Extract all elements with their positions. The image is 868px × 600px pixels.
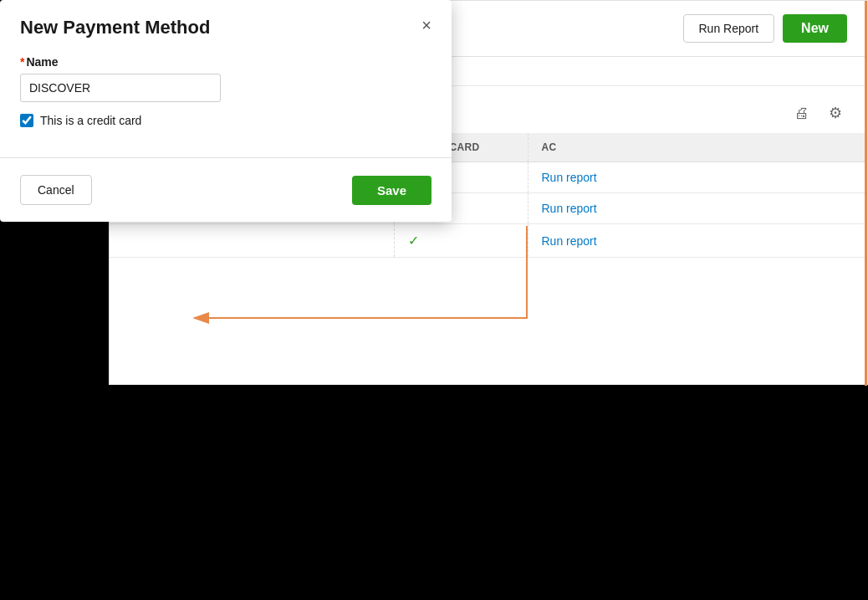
col-header-action: AC	[528, 133, 867, 162]
row-action: Run report	[528, 193, 867, 224]
new-button[interactable]: New	[783, 14, 847, 43]
row-name	[110, 224, 394, 258]
header-buttons: Run Report New	[683, 14, 848, 43]
row-credit-card: ✓	[394, 224, 528, 258]
checkmark-icon: ✓	[408, 233, 419, 248]
annotation-border	[865, 1, 867, 386]
checkbox-row: This is a credit card	[20, 114, 431, 127]
cancel-button[interactable]: Cancel	[20, 175, 92, 205]
run-report-link[interactable]: Run report	[542, 171, 597, 184]
credit-card-label: This is a credit card	[40, 114, 141, 127]
modal-title: New Payment Method	[20, 17, 210, 38]
modal-footer: Cancel Save	[0, 172, 452, 222]
modal-close-button[interactable]: ×	[421, 17, 431, 33]
name-field-label: *Name	[20, 55, 431, 69]
new-payment-method-modal: New Payment Method × *Name This is a cre…	[0, 0, 452, 222]
row-action: Run report	[528, 224, 867, 258]
settings-icon[interactable]: ⚙	[824, 101, 847, 125]
table-row: ✓ Run report	[110, 224, 867, 258]
row-action: Run report	[528, 162, 867, 193]
required-star: *	[20, 55, 24, 69]
print-icon[interactable]: 🖨	[790, 101, 814, 125]
modal-header: New Payment Method ×	[0, 0, 452, 49]
modal-divider	[0, 157, 452, 158]
modal-body: *Name This is a credit card	[0, 49, 452, 157]
credit-card-checkbox[interactable]	[20, 114, 33, 127]
filter-icons: 🖨 ⚙	[790, 101, 847, 125]
name-input[interactable]	[20, 74, 221, 102]
run-report-button[interactable]: Run Report	[683, 14, 775, 43]
save-button[interactable]: Save	[352, 176, 431, 205]
run-report-link[interactable]: Run report	[542, 234, 597, 248]
run-report-link[interactable]: Run report	[542, 202, 597, 215]
